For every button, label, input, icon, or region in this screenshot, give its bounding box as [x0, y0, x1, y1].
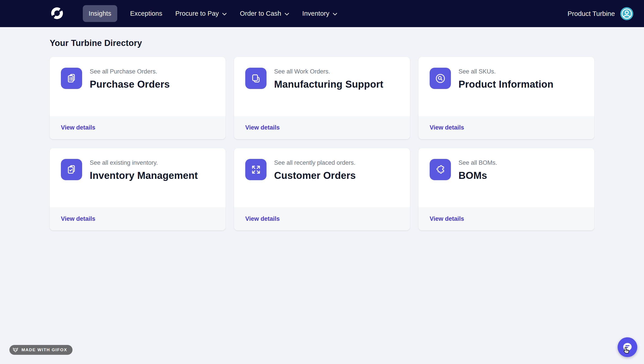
card-title: Purchase Orders — [90, 77, 170, 91]
account-name: Product Turbine — [568, 10, 615, 18]
card-body: See all SKUs. Product Information — [418, 57, 594, 116]
card-subtitle: See all SKUs. — [458, 68, 553, 75]
nav-item-label: Inventory — [302, 10, 330, 17]
view-details-link[interactable]: View details — [61, 215, 95, 222]
card-body: See all recently placed orders. Customer… — [234, 148, 410, 207]
chevron-down-icon — [222, 13, 227, 16]
clipboard-check-icon — [61, 159, 82, 180]
puzzle-piece-icon — [430, 159, 451, 180]
nav-item-exceptions[interactable]: Exceptions — [130, 10, 162, 17]
card-subtitle: See all Purchase Orders. — [90, 68, 170, 75]
nav-item-label: Exceptions — [130, 10, 162, 17]
turbine-logo-icon — [50, 6, 64, 22]
view-details-link[interactable]: View details — [245, 215, 280, 222]
chevron-down-icon — [332, 13, 338, 16]
nav-item-order-to-cash[interactable]: Order to Cash — [240, 10, 289, 17]
gifox-badge[interactable]: MADE WITH GIFOX — [10, 345, 72, 355]
card-subtitle: See all recently placed orders. — [274, 159, 356, 166]
view-details-link[interactable]: View details — [61, 124, 95, 131]
card-subtitle: See all BOMs. — [458, 159, 497, 166]
nav-item-insights[interactable]: Insights — [83, 5, 117, 22]
nav-item-label: Order to Cash — [240, 10, 281, 17]
card-footer: View details — [234, 207, 410, 230]
account-avatar-button[interactable] — [620, 7, 633, 20]
card-title: Customer Orders — [274, 168, 356, 183]
card-subtitle: See all existing inventory. — [90, 159, 198, 166]
search-circle-icon — [430, 68, 451, 89]
card-product-information[interactable]: See all SKUs. Product Information View d… — [418, 57, 594, 139]
expand-arrows-icon — [245, 159, 266, 180]
card-manufacturing-support[interactable]: See all Work Orders. Manufacturing Suppo… — [234, 57, 410, 139]
card-boms[interactable]: See all BOMs. BOMs View details — [418, 148, 594, 230]
nav-item-label: Insights — [88, 10, 112, 17]
top-nav: Insights Exceptions Procure to Pay Order… — [0, 0, 644, 27]
card-text: See all SKUs. Product Information — [458, 68, 553, 111]
card-text: See all recently placed orders. Customer… — [274, 159, 356, 202]
view-details-link[interactable]: View details — [430, 215, 464, 222]
chevron-down-icon — [284, 13, 289, 16]
clipboard-list-icon — [61, 68, 82, 89]
card-text: See all Purchase Orders. Purchase Orders — [90, 68, 170, 111]
card-text: See all BOMs. BOMs — [458, 159, 497, 202]
nav-item-procure-to-pay[interactable]: Procure to Pay — [175, 10, 227, 17]
card-subtitle: See all Work Orders. — [274, 68, 383, 75]
card-text: See all Work Orders. Manufacturing Suppo… — [274, 68, 383, 111]
gifox-fox-icon — [12, 346, 19, 353]
view-details-link[interactable]: View details — [430, 124, 464, 131]
card-title: Inventory Management — [90, 168, 198, 183]
main-nav: Insights Exceptions Procure to Pay Order… — [83, 5, 338, 22]
main-content: Your Turbine Directory See all Purchase … — [0, 38, 644, 230]
card-purchase-orders[interactable]: See all Purchase Orders. Purchase Orders… — [50, 57, 226, 139]
card-customer-orders[interactable]: See all recently placed orders. Customer… — [234, 148, 410, 230]
chat-widget-button[interactable] — [618, 337, 637, 357]
card-footer: View details — [234, 116, 410, 139]
card-title: Product Information — [458, 77, 553, 91]
card-inventory-management[interactable]: See all existing inventory. Inventory Ma… — [50, 148, 226, 230]
directory-card-grid: See all Purchase Orders. Purchase Orders… — [50, 57, 594, 230]
card-footer: View details — [50, 116, 226, 139]
brand-logo[interactable] — [50, 6, 64, 22]
card-title: BOMs — [458, 168, 497, 183]
card-footer: View details — [418, 207, 594, 230]
view-details-link[interactable]: View details — [245, 124, 280, 131]
card-body: See all existing inventory. Inventory Ma… — [50, 148, 226, 207]
card-text: See all existing inventory. Inventory Ma… — [90, 159, 198, 202]
chat-bubble-icon — [621, 341, 634, 354]
page-title: Your Turbine Directory — [50, 38, 594, 48]
gifox-badge-label: MADE WITH GIFOX — [22, 347, 67, 352]
card-footer: View details — [50, 207, 226, 230]
user-circle-icon — [620, 7, 633, 20]
card-title: Manufacturing Support — [274, 77, 383, 91]
nav-item-inventory[interactable]: Inventory — [302, 10, 338, 17]
card-footer: View details — [418, 116, 594, 139]
nav-account-area: Product Turbine — [568, 7, 633, 20]
card-body: See all Purchase Orders. Purchase Orders — [50, 57, 226, 116]
copy-icon — [245, 68, 266, 89]
card-body: See all BOMs. BOMs — [418, 148, 594, 207]
nav-item-label: Procure to Pay — [175, 10, 219, 17]
card-body: See all Work Orders. Manufacturing Suppo… — [234, 57, 410, 116]
